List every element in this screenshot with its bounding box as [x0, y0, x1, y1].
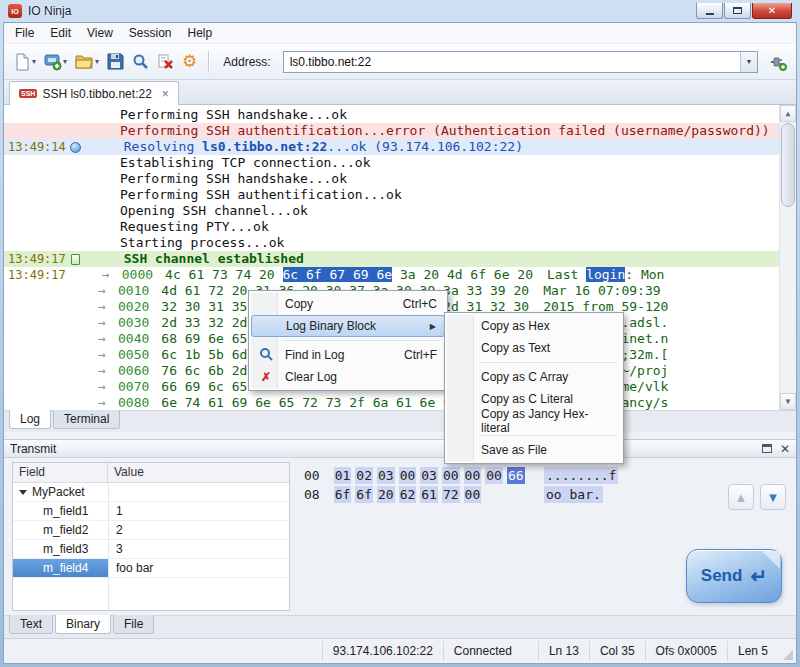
- binary-hex-editor[interactable]: 00010203000300000066........f086f6f20626…: [304, 466, 644, 504]
- new-document-button[interactable]: ▾: [10, 49, 39, 75]
- hex-byte[interactable]: 00: [485, 467, 503, 484]
- hex-byte[interactable]: 02: [355, 467, 373, 484]
- log-line[interactable]: Performing SSH handshake...ok: [4, 107, 779, 123]
- tab-terminal[interactable]: Terminal: [53, 410, 120, 429]
- save-button[interactable]: [104, 49, 127, 75]
- transmit-pane-header[interactable]: Transmit ✕: [4, 439, 796, 458]
- menu-item-copy-as-jancy-hex-literal[interactable]: Copy as Jancy Hex-literal: [447, 410, 621, 432]
- log-line[interactable]: Performing SSH authentification...error …: [4, 123, 779, 139]
- tab-binary[interactable]: Binary: [55, 615, 111, 634]
- log-line[interactable]: Performing SSH handshake...ok: [4, 171, 779, 187]
- minimize-button[interactable]: [696, 3, 723, 19]
- titlebar[interactable]: IO IO Ninja ✕: [3, 0, 797, 22]
- table-row[interactable]: m_field11: [13, 502, 289, 521]
- field-value-cell[interactable]: foo bar: [108, 561, 153, 575]
- log-line[interactable]: Performing SSH authentification...ok: [4, 187, 779, 203]
- hex-byte[interactable]: 6f: [334, 486, 352, 503]
- tab-file[interactable]: File: [113, 615, 154, 634]
- menu-item-copy-as-hex[interactable]: Copy as Hex: [447, 315, 621, 337]
- resize-grip[interactable]: [783, 650, 793, 660]
- hex-byte[interactable]: 62: [399, 486, 417, 503]
- connect-button[interactable]: [766, 49, 790, 75]
- table-row[interactable]: MyPacket: [13, 483, 289, 502]
- menu-item-copy-as-c-array[interactable]: Copy as C Array: [447, 366, 621, 388]
- menu-session[interactable]: Session: [121, 24, 180, 42]
- packet-field-table[interactable]: Field Value MyPacketm_field11m_field22m_…: [12, 462, 290, 611]
- hex-editor-row[interactable]: 086f6f2062617200oo bar.: [304, 485, 644, 504]
- menu-view[interactable]: View: [79, 24, 121, 42]
- hex-byte[interactable]: 66: [507, 467, 525, 484]
- hex-byte[interactable]: 03: [377, 467, 395, 484]
- settings-button[interactable]: ⚙: [179, 49, 200, 75]
- close-button[interactable]: ✕: [752, 3, 792, 19]
- log-line[interactable]: Establishing TCP connection...ok: [4, 155, 779, 171]
- hex-byte[interactable]: 00: [464, 467, 482, 484]
- field-name-cell[interactable]: m_field2: [13, 521, 108, 539]
- tab-close-icon[interactable]: ×: [162, 87, 169, 101]
- hex-byte[interactable]: 72: [442, 486, 460, 503]
- maximize-button[interactable]: [724, 3, 751, 19]
- chevron-down-icon[interactable]: ▾: [63, 57, 67, 66]
- hex-byte[interactable]: 20: [377, 486, 395, 503]
- menu-edit[interactable]: Edit: [42, 24, 79, 42]
- menu-item-copy-as-text[interactable]: Copy as Text: [447, 337, 621, 359]
- table-row[interactable]: m_field33: [13, 540, 289, 559]
- send-button[interactable]: Send ↵: [686, 549, 782, 603]
- combo-dropdown-icon[interactable]: ▼: [740, 52, 757, 72]
- text: Copy as C Literal: [481, 392, 573, 406]
- menu-item-clear-log[interactable]: ✗Clear Log: [251, 366, 445, 388]
- log-line[interactable]: Opening SSH channel...ok: [4, 203, 779, 219]
- move-down-button[interactable]: ▼: [760, 484, 786, 510]
- hex-byte[interactable]: 03: [420, 467, 438, 484]
- hex-offset: 0080: [118, 395, 149, 410]
- find-button[interactable]: [129, 49, 152, 75]
- table-row[interactable]: m_field4foo bar: [13, 559, 289, 578]
- hex-editor-row[interactable]: 00010203000300000066........f: [304, 466, 644, 485]
- tab-text[interactable]: Text: [9, 615, 53, 634]
- field-value-cell[interactable]: 2: [108, 523, 123, 537]
- tree-expander-icon[interactable]: [19, 490, 27, 495]
- address-input[interactable]: [284, 52, 740, 72]
- menu-item-log-binary-block[interactable]: Log Binary Block▶: [251, 315, 445, 337]
- field-value-cell[interactable]: 1: [108, 504, 123, 518]
- field-value-cell[interactable]: 3: [108, 542, 123, 556]
- hex-byte[interactable]: 61: [420, 486, 438, 503]
- hex-byte[interactable]: 01: [334, 467, 352, 484]
- log-line[interactable]: 13:49:17SSH channel established: [4, 251, 779, 267]
- log-line[interactable]: Starting process...ok: [4, 235, 779, 251]
- log-line[interactable]: Requesting PTY...ok: [4, 219, 779, 235]
- scroll-up-icon[interactable]: ▲: [780, 105, 796, 122]
- chevron-down-icon[interactable]: ▾: [95, 57, 99, 66]
- menu-item-copy[interactable]: CopyCtrl+C: [251, 293, 445, 315]
- log-line[interactable]: 13:49:14Resolving ls0.tibbo.net:22...ok …: [4, 139, 779, 155]
- scrollbar-thumb[interactable]: [781, 123, 795, 207]
- field-name-cell[interactable]: m_field1: [13, 502, 108, 520]
- pane-close-icon[interactable]: ✕: [780, 444, 790, 454]
- hex-byte[interactable]: 00: [399, 467, 417, 484]
- new-session-button[interactable]: ▾: [41, 49, 70, 75]
- field-name-cell[interactable]: MyPacket: [13, 483, 108, 501]
- chevron-down-icon[interactable]: ▾: [32, 57, 36, 66]
- menu-item-save-as-file[interactable]: Save as File: [447, 439, 621, 461]
- table-row[interactable]: m_field22: [13, 521, 289, 540]
- hex-byte[interactable]: 6f: [355, 486, 373, 503]
- menu-file[interactable]: File: [7, 24, 42, 42]
- field-name-cell[interactable]: m_field4: [13, 559, 108, 577]
- splitter[interactable]: [4, 432, 796, 439]
- hex-dump-row[interactable]: →00806e 74 61 69 6e 65 72 73 2f 6a 61 6e…: [4, 395, 779, 410]
- hex-dump-row[interactable]: 13:49:17→00004c 61 73 74 20 6c 6f 67 69 …: [4, 267, 779, 283]
- field-name-cell[interactable]: m_field3: [13, 540, 108, 558]
- menu-item-find-in-log[interactable]: Find in LogCtrl+F: [251, 344, 445, 366]
- hex-byte[interactable]: 00: [464, 486, 482, 503]
- address-combobox[interactable]: ▼: [283, 51, 758, 73]
- menu-help[interactable]: Help: [180, 24, 221, 42]
- hex-byte[interactable]: 00: [442, 467, 460, 484]
- clear-log-button[interactable]: [154, 49, 177, 75]
- scroll-down-icon[interactable]: ▼: [780, 393, 796, 410]
- session-tab[interactable]: SSH SSH ls0.tibbo.net:22 ×: [9, 81, 179, 105]
- undock-icon[interactable]: [762, 444, 772, 453]
- open-file-button[interactable]: ▾: [72, 49, 102, 75]
- log-scrollbar[interactable]: ▲ ▼: [779, 105, 796, 410]
- tab-log[interactable]: Log: [9, 410, 51, 429]
- move-up-button[interactable]: ▲: [728, 484, 754, 510]
